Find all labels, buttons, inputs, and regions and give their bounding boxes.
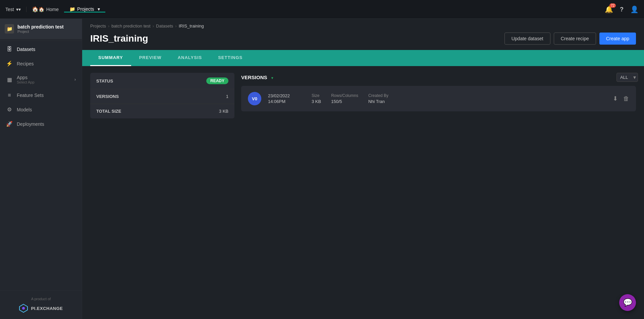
tab-settings[interactable]: SETTINGS: [210, 50, 251, 66]
summary-size-row: TOTAL SIZE 3 KB: [90, 104, 234, 118]
tab-settings-label: SETTINGS: [218, 55, 243, 60]
nav-projects-link[interactable]: 📁 Projects ▾: [64, 6, 105, 12]
sidebar-logo: PI.EXCHANGE: [6, 304, 76, 313]
breadcrumb-sep-1: ›: [108, 23, 109, 29]
test-chevron-icon: ▾: [16, 7, 21, 12]
chat-bubble-button[interactable]: 💬: [619, 294, 636, 311]
tab-preview-label: PREVIEW: [139, 55, 162, 60]
versions-panel: VERSIONS ▼ ALL ▾ V0 23/02/2022: [241, 73, 636, 118]
version-created-by-label: Created By: [368, 93, 388, 98]
update-dataset-button[interactable]: Update dataset: [504, 33, 550, 45]
breadcrumb-sep-3: ›: [175, 23, 176, 29]
trash-icon: 🗑: [623, 95, 629, 102]
sidebar: 📁 batch prediction test Project 🗄 Datase…: [0, 19, 82, 319]
breadcrumb-datasets[interactable]: Datasets: [156, 23, 173, 29]
nav-home-label: Home: [46, 7, 59, 12]
version-actions: ⬇ 🗑: [613, 95, 629, 102]
versions-title: VERSIONS ▼: [241, 74, 616, 80]
version-date-time: 14:06PM: [268, 99, 305, 104]
create-app-button[interactable]: Create app: [599, 33, 636, 45]
apps-icon: ▦: [6, 76, 13, 83]
svg-point-1: [22, 307, 25, 310]
help-button[interactable]: ?: [620, 5, 624, 13]
sidebar-item-datasets-label: Datasets: [17, 47, 35, 52]
status-label: STATUS: [96, 78, 206, 84]
apps-sub-label: Select App: [17, 80, 70, 84]
sidebar-item-deployments[interactable]: 🚀 Deployments: [0, 117, 82, 131]
tab-summary[interactable]: SUMMARY: [90, 50, 131, 66]
versions-label: VERSIONS: [96, 94, 226, 99]
nav-test-label: Test: [5, 7, 14, 12]
piexchange-logo-icon: [19, 304, 28, 313]
sidebar-footer: A product of PI.EXCHANGE: [0, 290, 82, 319]
version-date-main: 23/02/2022: [268, 93, 305, 98]
notification-badge: 72: [609, 3, 616, 8]
tab-preview[interactable]: PREVIEW: [131, 50, 170, 66]
page-header: IRIS_training Update dataset Create reci…: [82, 31, 644, 50]
versions-value: 1: [226, 94, 228, 99]
version-size-label: Size: [312, 93, 321, 98]
apps-expand-icon: ›: [74, 77, 76, 82]
sidebar-item-apps-label: Apps: [17, 75, 70, 80]
nav-test-dropdown[interactable]: Test ▾: [5, 7, 26, 12]
sidebar-item-feature-sets-label: Feature Sets: [17, 93, 44, 98]
notifications-button[interactable]: 🔔 72: [605, 5, 613, 13]
create-recipe-button[interactable]: Create recipe: [554, 33, 596, 45]
breadcrumb-project-name[interactable]: batch prediction test: [111, 23, 150, 29]
project-icon: 📁: [5, 24, 14, 34]
nav-home-link[interactable]: 🏠 Home: [26, 6, 64, 12]
version-date: 23/02/2022 14:06PM: [268, 93, 305, 104]
breadcrumb-projects[interactable]: Projects: [90, 23, 106, 29]
version-download-button[interactable]: ⬇: [613, 95, 618, 102]
footer-text: A product of: [6, 297, 76, 301]
versions-filter[interactable]: ALL ▾: [616, 73, 636, 82]
breadcrumb-sep-2: ›: [153, 23, 154, 29]
size-label: TOTAL SIZE: [96, 109, 219, 114]
sidebar-item-datasets[interactable]: 🗄 Datasets: [0, 42, 82, 56]
version-delete-button[interactable]: 🗑: [623, 95, 629, 102]
user-icon: 👤: [630, 6, 639, 13]
tab-analysis[interactable]: ANALYSIS: [170, 50, 210, 66]
version-size-item: Size 3 KB: [312, 93, 321, 104]
home-icon: 🏠: [32, 6, 44, 12]
sidebar-divider-1: [0, 41, 82, 41]
summary-card: STATUS READY VERSIONS 1 TOTAL SIZE 3 KB: [90, 73, 234, 118]
models-icon: ⚙: [6, 106, 13, 113]
project-sub: Project: [17, 30, 64, 34]
sidebar-item-recipes[interactable]: ⚡ Recipes: [0, 56, 82, 71]
version-size-value: 3 KB: [312, 99, 321, 104]
tab-content: STATUS READY VERSIONS 1 TOTAL SIZE 3 KB …: [82, 66, 644, 125]
versions-header: VERSIONS ▼ ALL ▾: [241, 73, 636, 82]
feature-sets-icon: ≡: [6, 92, 13, 98]
main-content: Projects › batch prediction test › Datas…: [82, 19, 644, 319]
projects-chevron-icon: ▾: [98, 6, 100, 12]
tab-analysis-label: ANALYSIS: [178, 55, 202, 60]
piexchange-logo-text: PI.EXCHANGE: [31, 306, 63, 311]
version-created-by-item: Created By Nhi Tran: [368, 93, 388, 104]
version-created-by-value: Nhi Tran: [368, 99, 388, 104]
versions-filter-arrow: ▼: [271, 76, 274, 80]
version-badge: V0: [248, 92, 261, 105]
size-value: 3 KB: [219, 109, 228, 114]
page-title: IRIS_training: [90, 33, 504, 44]
breadcrumb: Projects › batch prediction test › Datas…: [82, 19, 644, 31]
nav-projects-label: Projects: [77, 6, 94, 12]
sidebar-item-recipes-label: Recipes: [17, 61, 34, 66]
user-button[interactable]: 👤: [630, 5, 639, 13]
breadcrumb-current: IRIS_training: [179, 23, 204, 29]
sidebar-project[interactable]: 📁 batch prediction test Project: [0, 19, 82, 39]
status-badge: READY: [206, 77, 228, 84]
version-row: V0 23/02/2022 14:06PM Size 3 KB Rows/Col…: [241, 86, 636, 111]
chat-icon: 💬: [623, 298, 632, 307]
project-name: batch prediction test: [17, 24, 64, 30]
top-nav: Test ▾ 🏠 Home 📁 Projects ▾ 🔔 72 ? 👤: [0, 0, 644, 19]
sidebar-item-models-label: Models: [17, 107, 32, 112]
download-icon: ⬇: [613, 95, 618, 102]
sidebar-item-apps[interactable]: ▦ Apps Select App ›: [0, 71, 82, 88]
versions-filter-select[interactable]: ALL: [616, 73, 638, 82]
sidebar-item-models[interactable]: ⚙ Models: [0, 102, 82, 117]
nav-icons: 🔔 72 ? 👤: [605, 5, 639, 13]
folder-icon: 📁: [69, 6, 75, 12]
question-icon: ?: [620, 6, 624, 13]
sidebar-item-feature-sets[interactable]: ≡ Feature Sets: [0, 88, 82, 102]
